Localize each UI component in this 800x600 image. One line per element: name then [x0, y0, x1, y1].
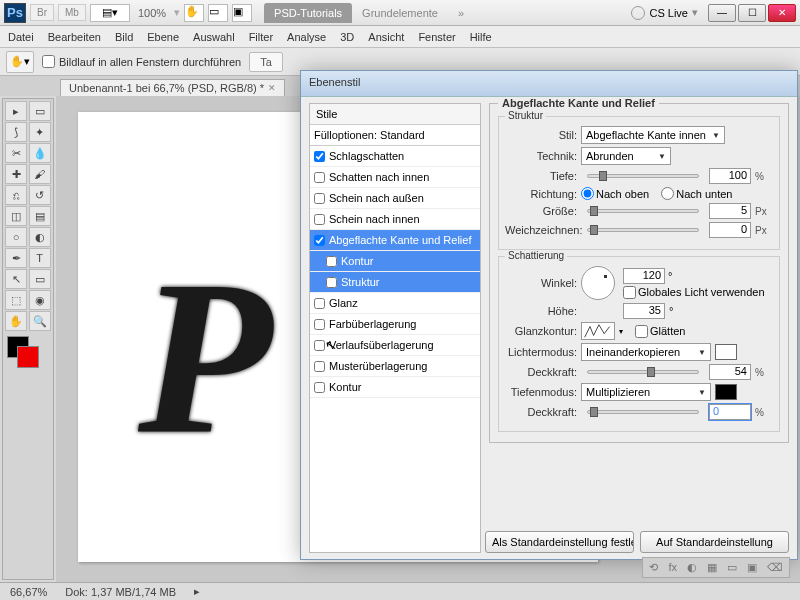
menu-hilfe[interactable]: Hilfe: [470, 31, 492, 43]
menu-3d[interactable]: 3D: [340, 31, 354, 43]
richtung-up[interactable]: Nach oben: [581, 187, 649, 200]
style-row-11[interactable]: Kontur: [310, 377, 480, 398]
camera-tool[interactable]: ◉: [29, 290, 51, 310]
dodge-tool[interactable]: ◐: [29, 227, 51, 247]
style-row-4[interactable]: Abgeflachte Kante und Relief: [310, 230, 480, 251]
workspace-tab-psdtutorials[interactable]: PSD-Tutorials: [264, 3, 352, 23]
opt-button-ta[interactable]: Ta: [249, 52, 283, 72]
shape-tool[interactable]: ▭: [29, 269, 51, 289]
hoehe-input[interactable]: 35: [623, 303, 665, 319]
style-row-0[interactable]: Schlagschatten: [310, 146, 480, 167]
stil-select[interactable]: Abgeflachte Kante innen▼: [581, 126, 725, 144]
view-rect-button[interactable]: ▭: [208, 4, 228, 22]
lasso-tool[interactable]: ⟆: [5, 122, 27, 142]
menu-ebene[interactable]: Ebene: [147, 31, 179, 43]
menu-fenster[interactable]: Fenster: [418, 31, 455, 43]
move-tool[interactable]: ▸: [5, 101, 27, 121]
tiefenmodus-select[interactable]: Multiplizieren▼: [581, 383, 711, 401]
winkel-input[interactable]: 120: [623, 268, 665, 284]
active-tool-icon[interactable]: ✋▾: [6, 51, 34, 73]
eyedrop-tool[interactable]: 💧: [29, 143, 51, 163]
brush-tool[interactable]: 🖌: [29, 164, 51, 184]
status-doc: Dok: 1,37 MB/1,74 MB: [65, 586, 176, 598]
style-row-3[interactable]: Schein nach innen: [310, 209, 480, 230]
fx-icon[interactable]: fx: [668, 561, 677, 574]
tiefe-input[interactable]: 100: [709, 168, 751, 184]
style-row-7[interactable]: Glanz: [310, 293, 480, 314]
menu-analyse[interactable]: Analyse: [287, 31, 326, 43]
style-row-5[interactable]: Kontur: [310, 251, 480, 272]
trash-icon[interactable]: ⌫: [767, 561, 783, 574]
style-row-10[interactable]: Musterüberlagerung: [310, 356, 480, 377]
menu-bild[interactable]: Bild: [115, 31, 133, 43]
groesse-input[interactable]: 5: [709, 203, 751, 219]
mask-icon[interactable]: ◐: [687, 561, 697, 574]
link-icon[interactable]: ⟲: [649, 561, 658, 574]
cslive-label[interactable]: CS Live: [649, 7, 688, 19]
global-light-check[interactable]: Globales Licht verwenden: [623, 286, 765, 299]
close-button[interactable]: ✕: [768, 4, 796, 22]
shadow-color[interactable]: [715, 384, 737, 400]
blur-tool[interactable]: ○: [5, 227, 27, 247]
fill-options-row[interactable]: Fülloptionen: Standard: [310, 125, 480, 146]
angle-control[interactable]: [581, 266, 615, 300]
eraser-tool[interactable]: ◫: [5, 206, 27, 226]
style-row-1[interactable]: Schatten nach innen: [310, 167, 480, 188]
color-swatches[interactable]: [5, 336, 51, 376]
folder-icon[interactable]: ▭: [727, 561, 737, 574]
hand-tool[interactable]: ✋: [5, 311, 27, 331]
3d-tool[interactable]: ⬚: [5, 290, 27, 310]
view-combo[interactable]: ▤▾: [90, 4, 130, 22]
style-row-6[interactable]: Struktur: [310, 272, 480, 293]
workspace-more[interactable]: »: [448, 3, 474, 23]
style-row-8[interactable]: Farbüberlagerung: [310, 314, 480, 335]
path-tool[interactable]: ↖: [5, 269, 27, 289]
marquee-tool[interactable]: ▭: [29, 101, 51, 121]
heal-tool[interactable]: ✚: [5, 164, 27, 184]
view-full-button[interactable]: ▣: [232, 4, 252, 22]
background-swatch[interactable]: [17, 346, 39, 368]
gradient-tool[interactable]: ▤: [29, 206, 51, 226]
deck2-slider[interactable]: [587, 410, 699, 414]
highlight-color[interactable]: [715, 344, 737, 360]
deck2-input[interactable]: 0: [709, 404, 751, 420]
crop-tool[interactable]: ✂: [5, 143, 27, 163]
glanzkontur-picker[interactable]: [581, 322, 615, 340]
menu-bearbeiten[interactable]: Bearbeiten: [48, 31, 101, 43]
style-row-9[interactable]: Verlaufsüberlagerung: [310, 335, 480, 356]
minimize-button[interactable]: —: [708, 4, 736, 22]
close-tab-icon[interactable]: ✕: [268, 83, 276, 93]
technik-select[interactable]: Abrunden▼: [581, 147, 671, 165]
menu-datei[interactable]: Datei: [8, 31, 34, 43]
scroll-all-checkbox[interactable]: Bildlauf in allen Fenstern durchführen: [42, 55, 241, 68]
weich-input[interactable]: 0: [709, 222, 751, 238]
workspace-tab-grundelemente[interactable]: Grundelemente: [352, 3, 448, 23]
style-row-2[interactable]: Schein nach außen: [310, 188, 480, 209]
weich-slider[interactable]: [587, 228, 699, 232]
stamp-tool[interactable]: ⎌: [5, 185, 27, 205]
tiefe-slider[interactable]: [587, 174, 699, 178]
document-tab[interactable]: Unbenannt-1 bei 66,7% (PSD, RGB/8) *✕: [60, 79, 285, 96]
pen-tool[interactable]: ✒: [5, 248, 27, 268]
deck1-input[interactable]: 54: [709, 364, 751, 380]
glaetten-check[interactable]: Glätten: [635, 325, 685, 338]
groesse-slider[interactable]: [587, 209, 699, 213]
menu-auswahl[interactable]: Auswahl: [193, 31, 235, 43]
maximize-button[interactable]: ☐: [738, 4, 766, 22]
adjust-icon[interactable]: ▦: [707, 561, 717, 574]
wand-tool[interactable]: ✦: [29, 122, 51, 142]
richtung-down[interactable]: Nach unten: [661, 187, 732, 200]
history-tool[interactable]: ↺: [29, 185, 51, 205]
status-zoom[interactable]: 66,67%: [10, 586, 47, 598]
deck1-slider[interactable]: [587, 370, 699, 374]
type-tool[interactable]: T: [29, 248, 51, 268]
menu-ansicht[interactable]: Ansicht: [368, 31, 404, 43]
zoom-tool[interactable]: 🔍: [29, 311, 51, 331]
hand-tool-button[interactable]: ✋: [184, 4, 204, 22]
newlayer-icon[interactable]: ▣: [747, 561, 757, 574]
set-default-button[interactable]: Als Standardeinstellung festlegen: [485, 531, 634, 553]
dialog-title[interactable]: Ebenenstil: [301, 71, 797, 97]
lichtermodus-select[interactable]: Ineinanderkopieren▼: [581, 343, 711, 361]
menu-filter[interactable]: Filter: [249, 31, 273, 43]
reset-default-button[interactable]: Auf Standardeinstellung: [640, 531, 789, 553]
